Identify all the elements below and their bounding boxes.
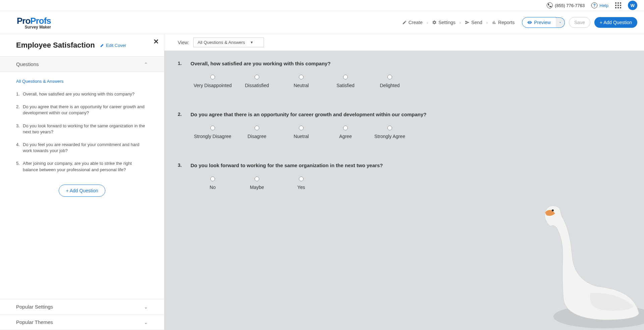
nav-create[interactable]: Create <box>402 20 423 25</box>
chart-icon <box>492 20 496 25</box>
options-row: Very Disappointed Dissatisfied Neutral S… <box>191 75 631 88</box>
chevron-down-icon: ⌄ <box>144 304 148 310</box>
radio-input[interactable] <box>255 75 259 79</box>
option[interactable]: Satisfied <box>323 75 368 88</box>
preview-dropdown[interactable] <box>556 17 565 28</box>
option[interactable]: No <box>191 177 235 190</box>
radio-input[interactable] <box>299 126 304 130</box>
send-icon <box>465 20 470 25</box>
close-icon[interactable]: ✕ <box>153 38 159 46</box>
list-item[interactable]: 5.After joining our company, are you abl… <box>16 157 148 176</box>
logo-subtitle: Survey Maker <box>25 25 51 29</box>
popular-themes-header[interactable]: Popular Themes ⌄ <box>0 315 164 330</box>
svg-point-0 <box>553 305 644 328</box>
nav-send[interactable]: Send <box>465 20 482 25</box>
all-questions-link[interactable]: All Questions & Answers <box>16 77 148 88</box>
apps-grid-icon[interactable] <box>615 2 621 8</box>
radio-input[interactable] <box>299 75 304 79</box>
option[interactable]: Delighted <box>368 75 412 88</box>
pencil-icon <box>100 43 105 48</box>
preview-button-group: Preview <box>522 17 565 28</box>
question-text: Do you agree that there is an opportunit… <box>191 112 426 117</box>
chevron-right-icon: › <box>486 20 488 25</box>
options-row: No Maybe Yes <box>191 177 631 190</box>
gear-icon <box>432 20 437 25</box>
header-nav: Create › Settings › Send › Reports Previ… <box>402 17 637 28</box>
option[interactable]: Agree <box>323 126 368 139</box>
chevron-down-icon <box>558 21 562 24</box>
save-button[interactable]: Save <box>569 17 590 28</box>
question-number: 2. <box>178 112 184 117</box>
main-layout: Employee Satisfaction Edit Cover ✕ Quest… <box>0 34 644 330</box>
radio-input[interactable] <box>387 75 392 79</box>
help-link[interactable]: ? Help <box>591 2 608 8</box>
question-number: 3. <box>178 162 184 168</box>
phone-link[interactable]: (855) 776-7763 <box>547 2 585 8</box>
options-row: Strongly Disagree Disagree Nuetral Agree… <box>191 126 631 139</box>
logo[interactable]: ProProfs Survey Maker <box>17 16 51 29</box>
view-label: View: <box>178 40 189 45</box>
chevron-right-icon: › <box>460 20 461 25</box>
sidebar-add-question-button[interactable]: + Add Question <box>59 185 105 197</box>
radio-input[interactable] <box>343 75 348 79</box>
radio-input[interactable] <box>255 177 259 181</box>
question-list: 1.Overall, how satisfied are you working… <box>16 88 148 176</box>
questions-label: Questions <box>16 61 39 67</box>
question-block[interactable]: 3. Do you look forward to working for th… <box>178 162 631 190</box>
option[interactable]: Disagree <box>235 126 279 139</box>
survey-title: Employee Satisfaction <box>16 41 95 50</box>
view-dropdown[interactable]: All Questions & Answers ▼ <box>193 38 264 47</box>
main-header: ProProfs Survey Maker Create › Settings … <box>0 11 644 34</box>
help-label: Help <box>599 3 608 8</box>
list-item[interactable]: 4.Do you feel you are rewarded for your … <box>16 138 148 157</box>
phone-icon <box>547 2 553 8</box>
option[interactable]: Strongly Disagree <box>191 126 235 139</box>
phone-number: (855) 776-7763 <box>555 3 585 8</box>
avatar[interactable]: W <box>628 1 637 10</box>
edit-cover-link[interactable]: Edit Cover <box>100 43 126 48</box>
content-area: View: All Questions & Answers ▼ 1. Overa… <box>164 34 644 330</box>
list-item[interactable]: 2.Do you agree that there is an opportun… <box>16 101 148 119</box>
help-icon: ? <box>591 2 597 8</box>
popular-settings-header[interactable]: Popular Settings ⌄ <box>0 299 164 315</box>
option[interactable]: Strongly Agree <box>368 126 412 139</box>
questions-accordion-header[interactable]: Questions ⌃ <box>0 57 164 72</box>
radio-input[interactable] <box>210 126 215 130</box>
nav-settings[interactable]: Settings <box>432 20 455 25</box>
question-text: Overall, how satisfied are you working w… <box>191 61 331 66</box>
nav-reports[interactable]: Reports <box>492 20 515 25</box>
radio-input[interactable] <box>210 75 215 79</box>
option[interactable]: Dissatisfied <box>235 75 279 88</box>
survey-title-row: Employee Satisfaction Edit Cover ✕ <box>0 34 164 57</box>
popular-themes-label: Popular Themes <box>16 319 53 325</box>
questions-canvas: 1. Overall, how satisfied are you workin… <box>164 51 644 223</box>
questions-panel: All Questions & Answers 1.Overall, how s… <box>0 72 164 299</box>
radio-input[interactable] <box>210 177 215 181</box>
list-item[interactable]: 1.Overall, how satisfied are you working… <box>16 88 148 101</box>
popular-settings-label: Popular Settings <box>16 304 53 310</box>
option[interactable]: Yes <box>279 177 323 190</box>
option[interactable]: Neutral <box>279 75 323 88</box>
option[interactable]: Maybe <box>235 177 279 190</box>
option[interactable]: Nuetral <box>279 126 323 139</box>
radio-input[interactable] <box>299 177 304 181</box>
top-utility-bar: (855) 776-7763 ? Help W <box>0 0 644 11</box>
eye-icon <box>527 20 532 25</box>
question-block[interactable]: 1. Overall, how satisfied are you workin… <box>178 61 631 88</box>
radio-input[interactable] <box>343 126 348 130</box>
sidebar: Employee Satisfaction Edit Cover ✕ Quest… <box>0 34 164 330</box>
chevron-up-icon: ⌃ <box>144 62 148 67</box>
preview-button[interactable]: Preview <box>522 17 556 28</box>
dropdown-arrow-icon: ▼ <box>250 41 254 44</box>
option[interactable]: Very Disappointed <box>191 75 235 88</box>
question-block[interactable]: 2. Do you agree that there is an opportu… <box>178 112 631 139</box>
view-bar: View: All Questions & Answers ▼ <box>164 34 644 51</box>
edit-icon <box>402 20 407 25</box>
list-item[interactable]: 3.Do you look forward to working for the… <box>16 120 148 138</box>
add-question-button[interactable]: + Add Question <box>594 17 637 28</box>
radio-input[interactable] <box>255 126 259 130</box>
question-number: 1. <box>178 61 184 66</box>
question-text: Do you look forward to working for the s… <box>191 162 383 168</box>
radio-input[interactable] <box>387 126 392 130</box>
chevron-right-icon: › <box>427 20 428 25</box>
